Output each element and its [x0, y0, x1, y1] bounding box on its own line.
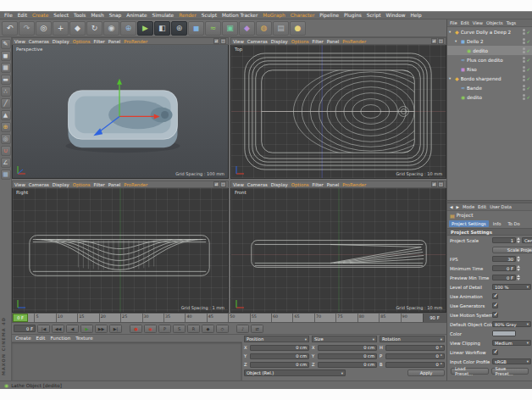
record-parameter-button[interactable]: ◆	[202, 325, 214, 333]
viewport-menu-options[interactable]: Options	[291, 39, 309, 44]
material-list-area[interactable]	[12, 342, 242, 381]
viewport-menu-display[interactable]: Display	[271, 182, 288, 187]
expander-icon[interactable]: ▾	[449, 30, 453, 34]
workplane-mode-icon[interactable]: ▬	[1, 75, 11, 85]
attribute-object-row[interactable]: ▤ Project	[447, 211, 532, 219]
history-arrow-icon[interactable]: ◀	[450, 205, 452, 209]
object-row[interactable]: ◉dedito✓	[447, 92, 532, 102]
menu-item-plugins[interactable]: Plugins	[341, 13, 364, 18]
viewport-menu-view[interactable]: View	[14, 39, 25, 44]
menu-item-file[interactable]: File	[2, 13, 15, 18]
quantize-icon[interactable]: ∠	[1, 158, 11, 168]
project-scale-input[interactable]: 1	[492, 237, 516, 243]
viewport-menu-cameras[interactable]: Cameras	[29, 39, 49, 44]
render-region-icon[interactable]: ◧	[154, 21, 170, 36]
menu-item-motion-tracker[interactable]: Motion Tracker	[219, 13, 260, 18]
prev-key-button[interactable]: ◀◀	[52, 325, 64, 333]
save-preset-button[interactable]: Save Preset...	[491, 368, 529, 375]
object-manager-list[interactable]: ▾◆Curve Dolly a Deep 2✓▾◼Dello 2✓◉dedito…	[447, 27, 532, 200]
record-rotation-button[interactable]: R	[187, 325, 200, 333]
menu-item-mograph[interactable]: MoGraph	[260, 13, 287, 18]
use-generators-checkbox[interactable]	[492, 303, 498, 308]
tab-to-do[interactable]: To Do	[506, 220, 523, 227]
viewport-menu-filter[interactable]: Filter	[93, 39, 104, 44]
add-camera-icon[interactable]: ▤	[273, 21, 289, 36]
current-frame-input[interactable]: 0 F	[14, 325, 36, 332]
autokey-button[interactable]: ◉	[144, 325, 157, 333]
viewport-maximize-icon[interactable]: □	[220, 38, 226, 44]
viewport-menu-view[interactable]: View	[233, 182, 244, 187]
timeline-end-frame[interactable]: 90 F	[423, 314, 446, 322]
redo-icon[interactable]: ↷	[19, 21, 35, 36]
viewport-maximize-icon[interactable]: □	[438, 181, 444, 187]
tab-info[interactable]: Info	[490, 220, 504, 227]
menu-item-script[interactable]: Script	[364, 13, 384, 18]
make-editable-icon[interactable]: ✎	[1, 39, 11, 49]
object-row[interactable]: ≈Plus con dedito✓	[447, 55, 532, 64]
enabled-check-icon[interactable]: ✓	[526, 95, 530, 100]
coord-mode-dropdown[interactable]: Object (Rel.)	[244, 369, 346, 376]
sound-button[interactable]: ♪	[236, 325, 249, 333]
om-menu-edit[interactable]: Edit	[461, 20, 469, 25]
use-animation-checkbox[interactable]	[492, 293, 498, 299]
coord-position-y-input[interactable]: 0 cm	[250, 353, 309, 359]
spinner-icon[interactable]	[517, 274, 521, 281]
menu-item-pipeline[interactable]: Pipeline	[317, 13, 341, 18]
color-swatch[interactable]	[492, 331, 516, 336]
viewport-menu-view[interactable]: View	[14, 182, 25, 187]
add-generator-icon[interactable]: ▣	[222, 21, 238, 36]
spinner-icon[interactable]	[517, 255, 521, 263]
use-motion-system-checkbox[interactable]	[492, 312, 498, 318]
enabled-check-icon[interactable]: ✓	[526, 86, 530, 91]
model-mode-icon[interactable]: ◼	[1, 51, 11, 61]
loop-button[interactable]: ⇄	[251, 325, 263, 333]
coord-rotation-dropdown[interactable]: Rotation	[380, 336, 445, 342]
visibility-dots-icon[interactable]	[523, 47, 525, 53]
object-row[interactable]: ▾◼Dello 2✓	[447, 36, 532, 46]
spinner-icon[interactable]	[517, 236, 521, 244]
menu-item-select[interactable]: Select	[51, 13, 71, 18]
menu-item-window[interactable]: Window	[384, 13, 408, 18]
add-cube-icon[interactable]: ◼	[188, 21, 204, 36]
viewport-menu-filter[interactable]: Filter	[312, 182, 323, 187]
viewport-menu-options[interactable]: Options	[73, 182, 91, 187]
viewport-swap-icon[interactable]: ⇄	[213, 38, 219, 44]
add-modifier-icon[interactable]: ◆	[239, 21, 255, 36]
visibility-dots-icon[interactable]	[523, 29, 525, 35]
visibility-dots-icon[interactable]	[523, 38, 525, 44]
viewport-solo-icon[interactable]: ◎	[1, 134, 11, 144]
load-preset-button[interactable]: Load Preset...	[451, 368, 489, 375]
viewport-right-canvas[interactable]: Right Grid Spacing : 1 mm	[12, 188, 229, 313]
add-spline-icon[interactable]: ≈	[205, 21, 221, 36]
record-position-button[interactable]: P	[158, 325, 171, 333]
points-mode-icon[interactable]: ∴	[1, 86, 11, 97]
visibility-dots-icon[interactable]	[523, 94, 525, 100]
goto-end-button[interactable]: ▶|	[109, 325, 122, 333]
coord-position-dropdown[interactable]: Position	[244, 336, 309, 342]
input-color-profile-dropdown[interactable]: sRGB	[492, 358, 531, 364]
coord-size-z-input[interactable]: 0 cm	[318, 362, 377, 368]
object-row[interactable]: ◉dedito✓	[447, 46, 532, 55]
material-menu-edit[interactable]: Edit	[36, 336, 46, 341]
record-scale-button[interactable]: S	[173, 325, 186, 333]
menu-item-simulate[interactable]: Simulate	[150, 13, 177, 18]
visibility-dots-icon[interactable]	[523, 57, 525, 63]
om-menu-view[interactable]: View	[473, 20, 483, 25]
spinner-icon[interactable]	[517, 264, 521, 272]
undo-icon[interactable]: ↶	[2, 21, 18, 36]
menu-item-tools[interactable]: Tools	[71, 13, 88, 18]
coord-rotation-p-input[interactable]: 0 °	[385, 353, 445, 359]
default-object-color-dropdown[interactable]: 80% Gray	[492, 321, 531, 327]
live-selection-icon[interactable]: ◎	[36, 21, 52, 36]
om-menu-objects[interactable]: Objects	[486, 20, 503, 25]
workplane-icon[interactable]: ▦	[1, 169, 11, 180]
snap-icon[interactable]: ∪	[1, 146, 11, 156]
om-menu-tags[interactable]: Tags	[507, 20, 516, 25]
add-light-icon[interactable]: ●	[290, 21, 306, 36]
last-tool-icon[interactable]: ◉	[103, 21, 119, 36]
play-button[interactable]: ▶	[80, 325, 93, 333]
record-pla-button[interactable]: ◇	[216, 325, 229, 333]
enabled-check-icon[interactable]: ✓	[526, 67, 530, 72]
viewport-swap-icon[interactable]: ⇄	[431, 181, 437, 187]
viewport-menu-panel[interactable]: Panel	[108, 39, 121, 44]
